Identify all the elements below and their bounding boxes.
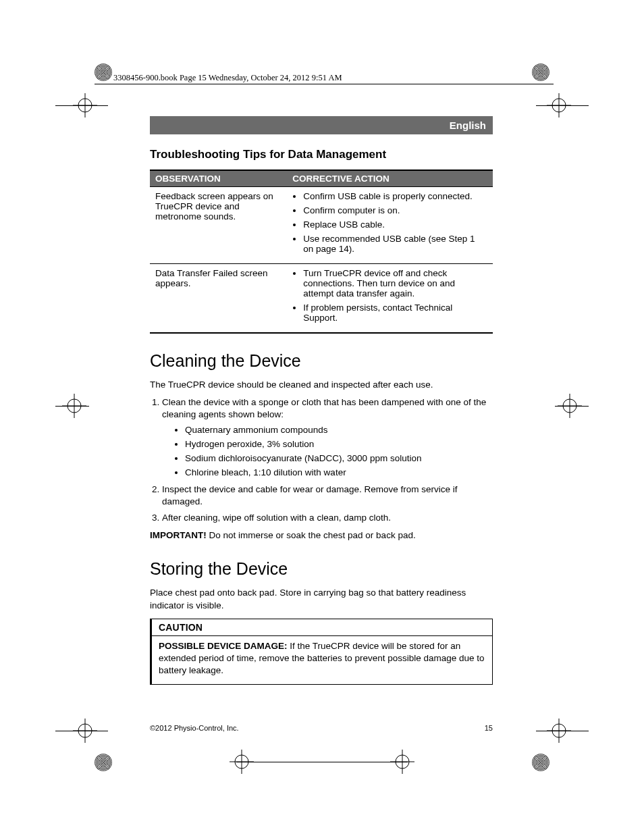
registration-mark-icon	[547, 93, 571, 118]
crop-rule-icon	[555, 406, 589, 407]
registration-mark-icon	[73, 719, 97, 743]
crop-dot-icon	[95, 63, 112, 81]
crop-dot-icon	[95, 754, 112, 771]
action-item: Confirm USB cable is properly connected.	[303, 191, 487, 201]
page-content: English Troubleshooting Tips for Data Ma…	[150, 116, 493, 685]
svg-point-9	[563, 399, 576, 413]
troubleshooting-table: OBSERVATION CORRECTIVE ACTION Feedback s…	[150, 170, 493, 334]
svg-point-18	[235, 755, 248, 768]
crop-rule-icon	[236, 762, 408, 762]
language-bar: English	[150, 116, 493, 134]
svg-point-3	[552, 99, 566, 112]
registration-mark-icon	[62, 394, 86, 418]
crop-rule-icon	[55, 731, 108, 731]
registration-mark-icon	[558, 394, 582, 418]
table-row: Data Transfer Failed screen appears. Tur…	[150, 264, 493, 334]
crop-dot-icon	[532, 754, 549, 771]
step-text: Clean the device with a sponge or cloth …	[162, 397, 486, 419]
page-footer: ©2012 Physio-Control, Inc. 15	[150, 724, 493, 732]
step-item: Inspect the device and cable for wear or…	[162, 484, 493, 508]
crop-rule-icon	[55, 105, 108, 106]
registration-mark-icon	[73, 93, 97, 118]
troubleshooting-title: Troubleshooting Tips for Data Management	[150, 148, 493, 161]
page-number: 15	[485, 724, 493, 732]
copyright: ©2012 Physio-Control, Inc.	[150, 724, 239, 732]
important-note: IMPORTANT! Do not immerse or soak the ch…	[150, 529, 493, 542]
agent-item: Hydrogen peroxide, 3% solution	[185, 438, 493, 450]
crop-rule-icon	[536, 105, 589, 106]
action-item: If problem persists, contact Technical S…	[303, 303, 487, 323]
cleaning-steps: Clean the device with a sponge or cloth …	[150, 396, 493, 524]
caution-box: CAUTION POSSIBLE DEVICE DAMAGE: If the T…	[150, 619, 493, 685]
agent-item: Quaternary ammonium compounds	[185, 424, 493, 436]
agent-item: Chlorine bleach, 1:10 dilution with wate…	[185, 467, 493, 479]
crop-rule-icon	[536, 731, 589, 731]
storing-body: Place chest pad onto back pad. Store in …	[150, 587, 493, 611]
action-cell: Confirm USB cable is properly connected.…	[287, 187, 493, 264]
cleaning-intro: The TrueCPR device should be cleaned and…	[150, 379, 493, 391]
observation-cell: Feedback screen appears on TrueCPR devic…	[150, 187, 287, 264]
registration-mark-icon	[230, 750, 254, 774]
svg-point-12	[78, 724, 92, 737]
svg-point-21	[396, 755, 409, 768]
agent-item: Sodium dichloroisocyanurate (NaDCC), 300…	[185, 452, 493, 465]
important-text: Do not immerse or soak the chest pad or …	[207, 530, 416, 540]
step-item: After cleaning, wipe off solution with a…	[162, 512, 493, 524]
action-item: Confirm computer is on.	[303, 205, 487, 215]
svg-point-15	[552, 724, 566, 737]
svg-point-0	[78, 99, 92, 112]
crop-dot-icon	[532, 63, 549, 81]
col-header-action: CORRECTIVE ACTION	[287, 170, 493, 187]
crop-rule-icon	[55, 406, 89, 407]
action-item: Use recommended USB cable (see Step 1 on…	[303, 234, 487, 254]
svg-point-6	[68, 399, 81, 413]
header-rule-icon	[95, 84, 554, 84]
col-header-observation: OBSERVATION	[150, 170, 287, 187]
action-cell: Turn TrueCPR device off and check connec…	[287, 264, 493, 334]
storing-heading: Storing the Device	[150, 559, 493, 579]
action-item: Replace USB cable.	[303, 219, 487, 230]
step-item: Clean the device with a sponge or cloth …	[162, 396, 493, 479]
observation-cell: Data Transfer Failed screen appears.	[150, 264, 287, 334]
agents-list: Quaternary ammonium compounds Hydrogen p…	[162, 424, 493, 479]
important-label: IMPORTANT!	[150, 530, 207, 540]
registration-mark-icon	[390, 750, 414, 774]
language-label: English	[450, 120, 486, 131]
caution-body: POSSIBLE DEVICE DAMAGE: If the TrueCPR d…	[152, 636, 492, 684]
print-header-meta: 3308456-900.book Page 15 Wednesday, Octo…	[113, 73, 342, 83]
action-item: Turn TrueCPR device off and check connec…	[303, 268, 487, 298]
caution-lead: POSSIBLE DEVICE DAMAGE:	[159, 641, 288, 651]
registration-mark-icon	[547, 719, 571, 743]
caution-heading: CAUTION	[152, 619, 492, 636]
cleaning-heading: Cleaning the Device	[150, 351, 493, 371]
table-row: Feedback screen appears on TrueCPR devic…	[150, 187, 493, 264]
page: 3308456-900.book Page 15 Wednesday, Octo…	[0, 0, 644, 834]
